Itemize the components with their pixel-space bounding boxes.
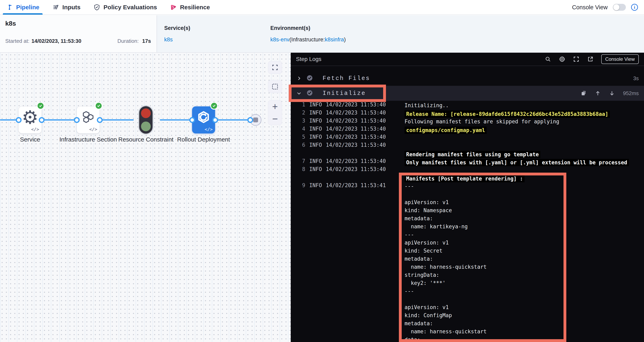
environment-link[interactable]: k8s-env bbox=[270, 37, 290, 43]
log-message: --- bbox=[404, 232, 414, 238]
nav-tabs: Pipeline Inputs Policy Evaluations bbox=[0, 0, 210, 15]
log-row: name: harness-quickstart bbox=[291, 262, 644, 270]
duration: Duration: 17s bbox=[118, 38, 151, 44]
started-label: Started at: bbox=[5, 38, 30, 44]
connector-port bbox=[247, 117, 253, 123]
scroll-down-icon[interactable] bbox=[609, 90, 615, 96]
shield-check-icon bbox=[94, 4, 100, 11]
log-row: 2INFO14/02/2023 11:53:40Release Name: [r… bbox=[291, 109, 644, 117]
log-message: name: kartikeya-ng bbox=[404, 223, 468, 230]
log-row: 1INFO14/02/2023 11:53:40Initializing.. bbox=[291, 101, 644, 109]
selection-tool-button[interactable] bbox=[268, 80, 282, 93]
duration-label: Duration: bbox=[118, 38, 139, 44]
log-row: apiVersion: v1 bbox=[291, 198, 644, 206]
started-at: Started at: 14/02/2023, 11:53:30 bbox=[5, 38, 81, 44]
env-suffix: ) bbox=[344, 37, 346, 43]
gear-icon[interactable] bbox=[559, 56, 565, 62]
pipeline-canvas[interactable]: ⚙ </> </> bbox=[0, 53, 291, 342]
step-logs-toolbar: Console View bbox=[545, 54, 639, 64]
pipeline-title: k8s bbox=[5, 20, 156, 27]
log-row: metadata: bbox=[291, 214, 644, 222]
log-row: Manifests [Post template rendering] : bbox=[291, 173, 644, 181]
log-row: apiVersion: v1 bbox=[291, 238, 644, 246]
env-infra-prefix: (Infrastructure: bbox=[290, 37, 325, 43]
fit-to-screen-button[interactable] bbox=[268, 61, 282, 74]
log-message: stringData: bbox=[404, 272, 439, 278]
traffic-light-green-icon bbox=[141, 122, 151, 131]
log-message: --- bbox=[404, 288, 414, 294]
services-column: Service(s) k8s bbox=[164, 25, 190, 43]
node-label: Service bbox=[0, 135, 60, 144]
copy-icon[interactable] bbox=[581, 90, 587, 96]
log-message: Following manifest files are skipped for… bbox=[404, 119, 559, 125]
pipeline-icon bbox=[6, 4, 13, 11]
log-message: key2: '***' bbox=[404, 280, 446, 286]
infrastructure-link[interactable]: k8sinfra bbox=[325, 37, 344, 43]
step-row-initialize[interactable]: Initialize 952ms bbox=[291, 86, 644, 101]
chevron-down-icon[interactable] bbox=[296, 91, 302, 96]
log-row: kind: Namespace bbox=[291, 206, 644, 214]
selection-icon bbox=[272, 84, 278, 89]
gear-icon: ⚙ bbox=[18, 107, 42, 128]
log-row: 9INFO14/02/2023 11:53:41--- bbox=[291, 181, 644, 190]
console-view-toggle[interactable] bbox=[613, 4, 626, 11]
success-badge-icon bbox=[95, 102, 102, 110]
success-badge-icon bbox=[210, 102, 218, 110]
log-row: --- bbox=[291, 230, 644, 238]
chevron-right-icon[interactable] bbox=[296, 76, 302, 81]
step-row-fetch-files[interactable]: Fetch Files 3s bbox=[291, 71, 644, 86]
tab-pipeline[interactable]: Pipeline bbox=[6, 0, 39, 15]
scroll-up-icon[interactable] bbox=[595, 90, 601, 96]
log-row: name: kartikeya-ng bbox=[291, 222, 644, 230]
step-logs-panel: Step Logs Console View Fetch Files 3s bbox=[291, 53, 644, 342]
node-label: Infrastructure Section bbox=[58, 135, 118, 144]
tab-inputs[interactable]: Inputs bbox=[52, 0, 80, 15]
duration-value: 17s bbox=[142, 38, 151, 44]
log-row: 3INFO14/02/2023 11:53:40Following manife… bbox=[291, 117, 644, 125]
environments-column: Environment(s) k8s-env(Infrastructure:k8… bbox=[270, 25, 346, 43]
log-row: apiVersion: v1 bbox=[291, 303, 644, 311]
step-name: Initialize bbox=[322, 90, 366, 97]
connector-port bbox=[74, 117, 80, 123]
log-row: 5INFO14/02/2023 11:53:40 bbox=[291, 133, 644, 141]
log-message: apiVersion: v1 bbox=[404, 199, 449, 205]
log-message: metadata: bbox=[404, 256, 433, 262]
log-message: metadata: bbox=[404, 215, 433, 221]
tab-resilience[interactable]: Resilience bbox=[170, 0, 210, 15]
fullscreen-icon[interactable] bbox=[573, 56, 580, 62]
node-resource-constraint[interactable] bbox=[139, 106, 152, 134]
node-infrastructure[interactable]: </> bbox=[77, 106, 100, 133]
step-success-icon bbox=[306, 75, 313, 82]
execution-header: k8s Started at: 14/02/2023, 11:53:30 Dur… bbox=[0, 15, 644, 53]
node-label: Rollout Deployment bbox=[173, 135, 234, 144]
log-row: kind: Secret bbox=[291, 246, 644, 254]
services-label: Service(s) bbox=[164, 25, 190, 31]
step-duration: 3s bbox=[633, 75, 639, 82]
node-service[interactable]: ⚙ </> bbox=[18, 106, 42, 133]
top-nav: Pipeline Inputs Policy Evaluations bbox=[0, 0, 644, 15]
step-logs-header: Step Logs Console View bbox=[291, 53, 644, 66]
success-badge-icon bbox=[37, 102, 44, 110]
service-link[interactable]: k8s bbox=[164, 37, 173, 43]
tab-label: Pipeline bbox=[16, 4, 39, 11]
tab-policy-evaluations[interactable]: Policy Evaluations bbox=[94, 0, 157, 15]
started-value: 14/02/2023, 11:53:30 bbox=[32, 38, 81, 44]
log-row: stringData: bbox=[291, 270, 644, 278]
zoom-in-button[interactable]: + bbox=[268, 100, 282, 113]
log-message: apiVersion: v1 bbox=[404, 304, 449, 310]
nav-right: Console View i bbox=[572, 4, 644, 11]
connector-port bbox=[39, 117, 44, 123]
node-rollout-deployment[interactable]: </> bbox=[192, 106, 215, 133]
step-success-icon bbox=[306, 90, 313, 97]
log-message: name: harness-quickstart bbox=[404, 264, 487, 270]
info-icon[interactable]: i bbox=[631, 4, 638, 11]
zoom-out-button[interactable]: − bbox=[268, 113, 282, 125]
log-message: kind: ConfigMap bbox=[404, 312, 452, 318]
open-in-new-icon[interactable] bbox=[587, 56, 594, 62]
execution-summary: k8s Started at: 14/02/2023, 11:53:30 Dur… bbox=[0, 15, 156, 52]
log-rows: 1INFO14/02/2023 11:53:40Initializing..2I… bbox=[291, 101, 644, 342]
search-icon[interactable] bbox=[545, 56, 551, 62]
log-row bbox=[291, 190, 644, 198]
code-badge-icon: </> bbox=[204, 127, 213, 132]
console-view-button[interactable]: Console View bbox=[601, 54, 639, 64]
